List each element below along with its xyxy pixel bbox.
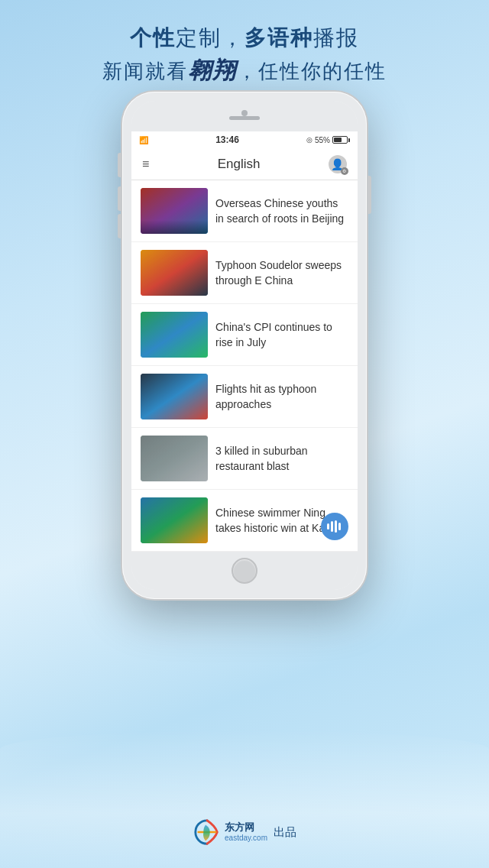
brand-site: eastday.com <box>225 834 267 843</box>
svg-rect-11 <box>141 497 208 543</box>
brand-logo: 东方网 eastday.com <box>193 818 267 847</box>
promo-text: 个性定制，多语种播报 新闻就看翱翔，任性你的任性 <box>0 23 489 87</box>
phone-top-bar <box>131 101 358 131</box>
phone-body: 📶 13:46 ◎ 55% ≡ English <box>122 92 367 599</box>
news-item[interactable]: Flights hit as typhoon approaches <box>131 366 358 428</box>
promo-normal1: 定制， <box>176 26 244 50</box>
svg-rect-7 <box>141 374 208 419</box>
eastday-logo-icon <box>193 818 222 847</box>
home-button[interactable] <box>232 558 257 584</box>
news-thumbnail <box>141 497 208 543</box>
phone-screen: 📶 13:46 ◎ 55% ≡ English <box>131 101 358 590</box>
news-title: Flights hit as typhoon approaches <box>215 381 348 413</box>
bottom-branding: 东方网 eastday.com 出品 <box>0 818 489 847</box>
news-item[interactable]: China's CPI continues to rise in July <box>131 304 358 366</box>
news-title: Overseas Chinese youths in search of roo… <box>215 196 348 227</box>
promo-line2: 新闻就看翱翔，任性你的任性 <box>0 53 489 87</box>
news-thumbnail <box>141 250 208 296</box>
audio-play-badge[interactable] <box>321 513 348 540</box>
brand-chinese-name: 东方网 <box>225 821 267 834</box>
news-title: China's CPI continues to rise in July <box>215 319 348 351</box>
news-thumbnail <box>141 436 208 481</box>
news-item[interactable]: 3 killed in suburban restaurant blast <box>131 428 358 490</box>
battery-percent: 55% <box>315 136 330 144</box>
phone-bottom-bar <box>131 552 358 590</box>
thumb-image <box>141 436 208 481</box>
news-title: Typhoon Soudelor sweeps through E China <box>215 257 348 289</box>
status-bar: 📶 13:46 ◎ 55% <box>131 131 358 148</box>
promo-bold1: 个性 <box>130 26 176 50</box>
app-header: ≡ English 👤 ⚙ <box>131 148 358 180</box>
app-title: English <box>218 157 261 172</box>
news-list: Overseas Chinese youths in search of roo… <box>131 180 358 552</box>
svg-rect-15 <box>338 523 341 530</box>
brand-tagline: 出品 <box>274 825 296 840</box>
thumb-image <box>141 312 208 358</box>
svg-rect-9 <box>141 436 208 481</box>
battery-body <box>332 136 348 144</box>
thumb-image <box>141 250 208 296</box>
svg-rect-13 <box>331 521 333 532</box>
phone-camera <box>241 110 248 116</box>
svg-rect-3 <box>141 250 208 296</box>
phone-speaker <box>229 116 260 120</box>
promo-bold2: 多语种 <box>244 26 313 50</box>
phone-mockup: 📶 13:46 ◎ 55% ≡ English <box>122 92 367 599</box>
promo-prefix2: 新闻就看 <box>102 60 188 83</box>
hamburger-icon[interactable]: ≡ <box>142 158 149 170</box>
brand-text: 东方网 eastday.com <box>225 821 267 843</box>
news-item[interactable]: Overseas Chinese youths in search of roo… <box>131 180 358 242</box>
battery-icon <box>332 136 350 144</box>
battery-tip <box>348 138 350 142</box>
promo-line1: 个性定制，多语种播报 <box>0 23 489 53</box>
thumb-image <box>141 497 208 543</box>
svg-rect-14 <box>335 520 337 533</box>
status-left: 📶 <box>139 136 148 144</box>
thumb-image <box>141 374 208 419</box>
status-right: ◎ 55% <box>306 136 350 144</box>
news-item[interactable]: Chinese swimmer Ning takes historic win … <box>131 490 358 552</box>
promo-suffix2: ，任性你的任性 <box>237 60 387 83</box>
news-thumbnail <box>141 188 208 234</box>
svg-rect-12 <box>327 523 329 530</box>
wifi-icon: 📶 <box>139 136 148 144</box>
battery-fill <box>334 138 342 142</box>
background-wave <box>0 730 489 868</box>
news-item[interactable]: Typhoon Soudelor sweeps through E China <box>131 242 358 304</box>
status-time: 13:46 <box>215 134 239 145</box>
user-avatar-button[interactable]: 👤 ⚙ <box>329 155 347 173</box>
news-thumbnail <box>141 374 208 419</box>
gear-icon: ⚙ <box>341 167 348 175</box>
news-thumbnail <box>141 312 208 358</box>
promo-normal2: 播报 <box>313 26 359 50</box>
svg-rect-5 <box>141 312 208 358</box>
promo-brand: 翱翔 <box>188 57 237 83</box>
gps-icon: ◎ <box>306 136 313 144</box>
thumb-image <box>141 188 208 234</box>
news-title: 3 killed in suburban restaurant blast <box>215 443 348 474</box>
